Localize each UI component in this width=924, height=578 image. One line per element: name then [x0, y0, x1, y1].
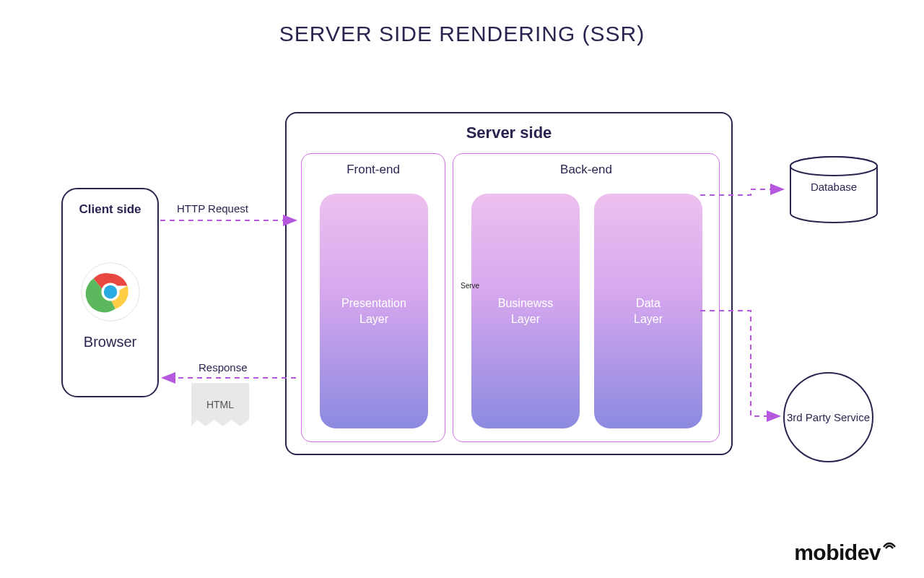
http-request-label: HTTP Request	[177, 202, 248, 215]
database-label: Database	[787, 181, 881, 193]
presentation-layer: PresentationLayer	[320, 194, 428, 428]
wifi-icon	[882, 530, 897, 555]
frontend-title: Front-end	[302, 163, 445, 177]
mobidev-logo: mobidev	[794, 540, 895, 565]
third-party-label: 3rd Party Service	[787, 410, 870, 425]
business-layer: BusinewssLayer	[471, 194, 580, 428]
html-note: HTML	[191, 383, 249, 426]
backend-box: Back-end BusinewssLayer DataLayer	[453, 153, 720, 442]
server-side-title: Server side	[287, 124, 731, 142]
data-layer: DataLayer	[594, 194, 702, 428]
logo-text: mobidev	[794, 540, 881, 564]
server-side-box: Server side Front-end PresentationLayer …	[285, 112, 733, 455]
third-party-shape: 3rd Party Service	[783, 372, 873, 462]
svg-point-2	[103, 285, 116, 298]
response-label: Response	[199, 361, 248, 374]
frontend-box: Front-end PresentationLayer	[301, 153, 445, 442]
backend-title: Back-end	[453, 163, 719, 177]
diagram-title: SERVER SIDE RENDERING (SSR)	[0, 22, 924, 46]
client-side-title: Client side	[63, 202, 157, 217]
serve-tiny-label: Serve	[461, 282, 479, 290]
client-side-box: Client side Browser	[61, 188, 159, 397]
svg-point-4	[790, 157, 877, 176]
browser-label: Browser	[63, 334, 157, 350]
chrome-icon	[80, 262, 141, 325]
